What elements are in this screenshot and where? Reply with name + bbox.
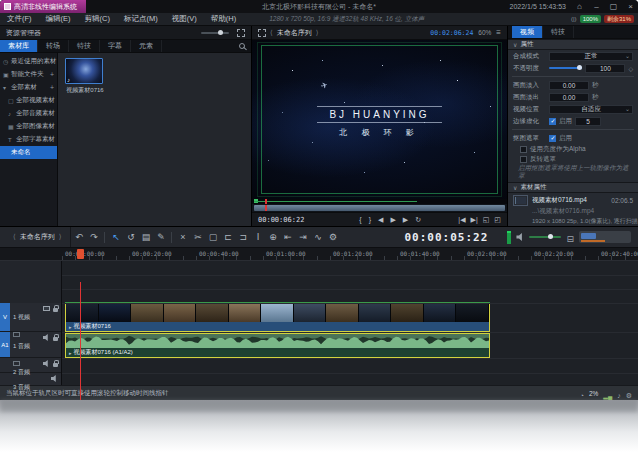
audio-clip[interactable]: 视频素材0716 (A1/A2) xyxy=(65,333,490,358)
next-sequence-icon[interactable] xyxy=(316,29,319,37)
add-icon[interactable]: + xyxy=(50,84,54,91)
goto-out-button[interactable]: ▶| xyxy=(471,214,478,226)
move-tool-button[interactable]: ⊕ xyxy=(265,230,280,245)
prev-sequence-icon[interactable] xyxy=(13,233,16,241)
lock-icon[interactable] xyxy=(53,308,58,312)
luma-alpha-checkbox[interactable] xyxy=(520,146,527,153)
razor-tool-button[interactable]: ✂ xyxy=(190,230,205,245)
goto-in-button[interactable]: |◀ xyxy=(458,214,465,226)
tree-item-5[interactable]: ▦全部图像素材 xyxy=(0,120,57,133)
inspector-tab-1[interactable]: 特技 xyxy=(543,26,574,38)
track-header-2[interactable]: 2 音频 xyxy=(0,358,61,373)
tree-item-3[interactable]: ▢全部视频素材 xyxy=(0,94,57,107)
mark-in-button[interactable]: { xyxy=(359,214,361,226)
scrub-playhead[interactable] xyxy=(265,205,267,211)
home-button[interactable]: ⌂ xyxy=(572,0,587,13)
select-tool-button[interactable]: ↖ xyxy=(108,230,123,245)
lock-icon[interactable] xyxy=(53,363,58,367)
browser-tab-3[interactable]: 字幕 xyxy=(100,40,131,52)
maximize-button[interactable]: ▢ xyxy=(606,0,621,13)
track-header-0[interactable]: V1 视频 xyxy=(0,303,61,332)
expand-panel-icon[interactable] xyxy=(237,29,245,37)
tree-item-6[interactable]: T全部字幕素材 xyxy=(0,133,57,146)
menu-item-3[interactable]: 标记点(M) xyxy=(117,14,165,24)
media-thumbnail[interactable] xyxy=(65,58,103,84)
inspector-tab-0[interactable]: 视频 xyxy=(512,26,543,38)
insert-tool-button[interactable]: Ⅰ xyxy=(250,230,265,245)
browser-tab-4[interactable]: 元素 xyxy=(131,40,162,52)
loop-tool-button[interactable]: ↺ xyxy=(123,230,138,245)
speaker-icon[interactable] xyxy=(43,360,50,367)
play-button[interactable]: ▶ xyxy=(390,214,395,226)
speaker-icon[interactable] xyxy=(51,375,58,382)
undo-button[interactable]: ↶ xyxy=(71,230,86,245)
menu-item-2[interactable]: 剪辑(C) xyxy=(78,14,117,24)
material-section-header[interactable]: 素材属性 xyxy=(508,182,638,193)
prev-sequence-icon[interactable] xyxy=(270,29,273,37)
menu-item-1[interactable]: 编辑(E) xyxy=(39,14,78,24)
clip-tool-button[interactable]: ▤ xyxy=(138,230,153,245)
tree-item-2[interactable]: ▾全部素材+ xyxy=(0,81,57,94)
blend-mode-select[interactable]: 正常 xyxy=(549,52,633,61)
preview-scrubbar[interactable] xyxy=(252,204,507,212)
opacity-slider[interactable] xyxy=(549,67,582,69)
browser-tab-1[interactable]: 转场 xyxy=(38,40,69,52)
preview-menu-icon[interactable] xyxy=(496,28,501,37)
browser-tab-0[interactable]: 素材库 xyxy=(0,40,38,52)
timeline-settings-button[interactable]: ⚙ xyxy=(325,230,340,245)
next-edit-button[interactable]: ⇥ xyxy=(295,230,310,245)
invert-matte-checkbox[interactable] xyxy=(520,156,527,163)
trim-out-tool-button[interactable]: ⊐ xyxy=(235,230,250,245)
loop-button[interactable]: ↻ xyxy=(415,214,421,226)
tree-item-4[interactable]: ♪全部音频素材 xyxy=(0,107,57,120)
properties-section-header[interactable]: 属性 xyxy=(508,39,638,50)
marquee-tool-button[interactable]: ▢ xyxy=(205,230,220,245)
monitor-icon[interactable] xyxy=(43,306,50,311)
thumbnail-zoom-slider[interactable] xyxy=(201,32,229,34)
program-monitor[interactable]: ✈ BJ HUANYING 北 极 环 影 xyxy=(252,40,507,199)
close-button[interactable]: × xyxy=(623,0,638,13)
preview-zoom-level[interactable]: 60% xyxy=(478,29,491,36)
add-icon[interactable]: + xyxy=(50,71,54,78)
menu-item-0[interactable]: 文件(F) xyxy=(0,14,39,24)
audio-note-icon[interactable] xyxy=(617,384,621,400)
playhead-line[interactable] xyxy=(80,282,81,400)
lock-icon[interactable] xyxy=(53,337,58,341)
step-back-button[interactable]: ◀ xyxy=(378,214,383,226)
menu-item-4[interactable]: 视图(V) xyxy=(165,14,204,24)
collapse-tracks-icon[interactable] xyxy=(566,228,574,246)
feather-enable-checkbox[interactable] xyxy=(549,118,556,125)
shuttle-forward-button[interactable]: ▶ xyxy=(403,214,408,226)
fullscreen-button[interactable]: ◰ xyxy=(494,214,501,226)
pen-tool-button[interactable]: ✎ xyxy=(153,230,168,245)
tree-item-7[interactable]: 未命名 xyxy=(0,146,57,159)
speaker-icon[interactable] xyxy=(43,334,50,341)
video-clip[interactable]: 视频素材0716 xyxy=(65,303,490,332)
sequence-tab[interactable]: 未命名序列 xyxy=(277,28,312,38)
track-header-1[interactable]: A11 音频 xyxy=(0,332,61,358)
scrub-track[interactable] xyxy=(254,205,505,211)
fade-out-value[interactable]: 0.00 xyxy=(549,93,589,102)
feather-value[interactable]: 5 xyxy=(575,117,601,126)
next-sequence-icon[interactable] xyxy=(59,233,62,241)
settings-gear-icon[interactable] xyxy=(626,384,632,400)
menu-item-5[interactable]: 帮助(H) xyxy=(204,14,243,24)
tree-item-1[interactable]: ▣智能文件夹+ xyxy=(0,68,57,81)
keyframe-icon[interactable] xyxy=(628,65,633,72)
timeline-ruler[interactable]: 00:00:00:0000:00:20:0000:00:40:0000:01:0… xyxy=(0,248,638,261)
tree-item-0[interactable]: ◷最近使用的素材 xyxy=(0,55,57,68)
search-icon[interactable] xyxy=(239,43,245,49)
snap-toggle-button[interactable]: ∿ xyxy=(310,230,325,245)
fade-in-value[interactable]: 0.00 xyxy=(549,81,589,90)
browser-tab-2[interactable]: 特技 xyxy=(69,40,100,52)
minimize-button[interactable]: – xyxy=(589,0,604,13)
fit-view-button[interactable]: ◱ xyxy=(483,214,490,226)
volume-slider[interactable] xyxy=(529,236,561,238)
playhead-handle[interactable] xyxy=(77,249,84,259)
track-header-3[interactable]: 3 音频 xyxy=(0,373,61,386)
opacity-value[interactable]: 100 xyxy=(585,64,625,73)
redo-button[interactable]: ↷ xyxy=(86,230,101,245)
matte-enable-checkbox[interactable] xyxy=(549,135,556,142)
delete-tool-button[interactable]: × xyxy=(175,230,190,245)
prev-edit-button[interactable]: ⇤ xyxy=(280,230,295,245)
